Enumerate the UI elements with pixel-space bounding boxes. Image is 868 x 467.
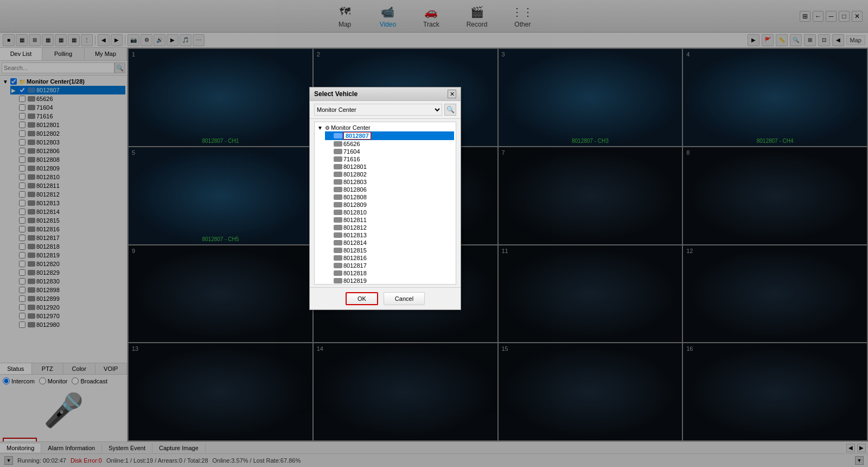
modal-ok-btn[interactable]: OK [346, 292, 378, 305]
modal-expand-root[interactable]: ▼ [317, 125, 324, 131]
modal-item-8012808[interactable]: 8012808 [325, 193, 454, 201]
modal-label-8012815: 8012815 [343, 247, 367, 254]
modal-item-8012816[interactable]: 8012816 [325, 254, 454, 262]
modal-label-8012816: 8012816 [343, 255, 367, 261]
modal-label-8012814: 8012814 [343, 239, 367, 246]
modal-label-8012811: 8012811 [343, 217, 367, 223]
modal-root-item[interactable]: ▼ ⚙ Monitor Center [316, 124, 454, 131]
modal-device-icon-8012808 [334, 194, 342, 200]
modal-search-btn[interactable]: 🔍 [444, 104, 456, 116]
modal-label-71616: 71616 [343, 156, 360, 162]
modal-label-8012810: 8012810 [343, 209, 367, 216]
modal-label-8012808: 8012808 [343, 194, 367, 200]
modal-device-icon-8012819 [334, 278, 342, 283]
modal-device-icon-8012812 [334, 225, 342, 230]
modal-device-icon-71616 [334, 156, 342, 162]
modal-device-icon-8012801 [334, 164, 342, 169]
modal-device-icon-8012811 [334, 217, 342, 223]
modal-item-8012818[interactable]: 8012818 [325, 269, 454, 277]
modal-root-label: Monitor Center [331, 124, 371, 131]
modal-device-icon-8012806 [334, 187, 342, 192]
modal-label-8012813: 8012813 [343, 232, 367, 238]
modal-label-8012806: 8012806 [343, 186, 367, 193]
modal-device-icon-8012813 [334, 232, 342, 238]
modal-label-8012803: 8012803 [343, 179, 367, 185]
modal-item-8012817[interactable]: 8012817 [325, 262, 454, 269]
modal-item-71604[interactable]: 71604 [325, 148, 454, 155]
modal-item-71616[interactable]: 71616 [325, 155, 454, 163]
modal-label-8012807: 8012807 [343, 132, 371, 140]
gear-icon: ⚙ [325, 125, 330, 131]
modal-dropdown[interactable]: Monitor Center [314, 104, 442, 116]
modal-device-icon-8012818 [334, 270, 342, 276]
modal-item-8012801[interactable]: 8012801 [325, 163, 454, 171]
modal-label-8012818: 8012818 [343, 270, 367, 276]
modal-label-65626: 65626 [343, 141, 360, 147]
modal-device-icon-8012816 [334, 255, 342, 261]
modal-device-icon-8012810 [334, 210, 342, 215]
modal-item-8012815[interactable]: 8012815 [325, 247, 454, 254]
modal-device-icon-8012817 [334, 263, 342, 268]
modal-device-icon-8012802 [334, 172, 342, 177]
modal-search-area: Monitor Center 🔍 [310, 101, 461, 119]
modal-label-8012817: 8012817 [343, 262, 367, 269]
modal-tree-children: 8012807 65626 71604 71616 [316, 131, 454, 285]
modal-device-icon-8012807 [334, 133, 342, 138]
modal-device-icon-8012814 [334, 240, 342, 245]
modal-item-8012807[interactable]: 8012807 [325, 131, 454, 140]
modal-device-icon-71604 [334, 149, 342, 154]
modal-close-btn[interactable]: ✕ [448, 90, 456, 98]
select-vehicle-modal: Select Vehicle ✕ Monitor Center 🔍 ▼ ⚙ Mo… [309, 87, 461, 310]
modal-item-8012811[interactable]: 8012811 [325, 216, 454, 224]
modal-overlay: Select Vehicle ✕ Monitor Center 🔍 ▼ ⚙ Mo… [0, 0, 868, 467]
modal-item-8012812[interactable]: 8012812 [325, 224, 454, 231]
modal-title: Select Vehicle [314, 90, 358, 98]
modal-item-8012813[interactable]: 8012813 [325, 231, 454, 239]
modal-buttons: OK Cancel [310, 287, 461, 310]
modal-tree[interactable]: ▼ ⚙ Monitor Center 8012807 65626 [314, 122, 456, 285]
modal-device-icon-8012803 [334, 179, 342, 185]
modal-label-8012801: 8012801 [343, 163, 367, 170]
modal-device-icon-65626 [334, 141, 342, 147]
modal-cancel-btn[interactable]: Cancel [384, 292, 425, 305]
modal-device-icon-8012815 [334, 248, 342, 253]
modal-item-8012819[interactable]: 8012819 [325, 277, 454, 285]
modal-item-8012802[interactable]: 8012802 [325, 171, 454, 178]
modal-label-8012809: 8012809 [343, 201, 367, 208]
modal-item-8012810[interactable]: 8012810 [325, 209, 454, 216]
modal-label-71604: 71604 [343, 148, 360, 155]
modal-item-8012806[interactable]: 8012806 [325, 186, 454, 193]
modal-label-8012812: 8012812 [343, 224, 367, 231]
modal-item-65626[interactable]: 65626 [325, 140, 454, 148]
modal-device-icon-8012809 [334, 202, 342, 207]
modal-item-8012814[interactable]: 8012814 [325, 239, 454, 247]
modal-title-bar: Select Vehicle ✕ [310, 87, 461, 101]
modal-item-8012809[interactable]: 8012809 [325, 201, 454, 209]
modal-label-8012802: 8012802 [343, 171, 367, 178]
modal-label-8012819: 8012819 [343, 277, 367, 284]
modal-item-8012803[interactable]: 8012803 [325, 178, 454, 186]
